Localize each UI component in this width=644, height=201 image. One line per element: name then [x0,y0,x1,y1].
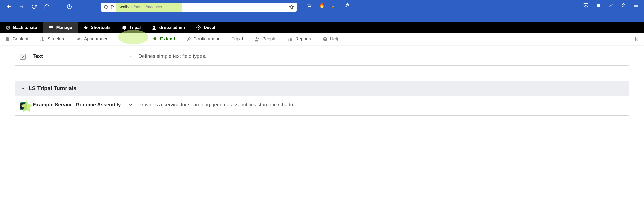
module-desc-text: Defines simple text field types. [138,53,629,59]
svg-point-9 [255,37,257,39]
svg-point-10 [257,38,259,39]
svg-rect-11 [288,39,289,41]
back-to-site-button[interactable]: Back to site [0,22,43,33]
back-button[interactable] [5,3,13,11]
bar-chart-icon [288,37,293,42]
file-icon [6,37,10,41]
modules-content: Text Defines simple text field types. LS… [0,45,644,126]
structure-label: Structure [47,36,66,42]
extend-tab[interactable]: Extend [114,33,181,45]
shield-icon [104,5,108,9]
tripal-tab[interactable]: Tripal [226,33,249,45]
manage-label: Manage [56,25,72,30]
history-icon[interactable] [65,3,73,11]
url-path: /admin/modules [134,5,162,9]
extend-highlight-oval [118,30,148,44]
brush-icon[interactable]: 🖌️ [332,3,337,8]
content-tab[interactable]: Content [0,33,34,45]
forward-button[interactable] [18,3,26,11]
cube-icon [122,25,127,30]
bookmark-star-icon[interactable] [289,5,294,10]
user-button[interactable]: drupaladmin [146,22,190,33]
svg-point-4 [198,27,199,28]
appearance-tab[interactable]: Appearance [71,33,114,45]
svg-rect-13 [291,38,292,41]
url-text: localhost/admin/modules [118,5,289,9]
expand-text-module[interactable] [128,53,138,59]
svg-point-5 [42,37,43,38]
star-marker-icon [20,99,34,113]
shortcuts-label: Shortcuts [91,25,111,30]
svg-point-2 [6,26,10,30]
wrench-icon [186,37,191,41]
module-name-text: Text [33,53,128,59]
expand-genome-module[interactable] [128,102,138,107]
back-to-site-label: Back to site [13,25,37,30]
svg-point-8 [43,40,44,41]
user-icon [152,25,157,30]
paintbrush-icon [77,37,82,41]
structure-tab[interactable]: Structure [34,33,71,45]
browser-right-icons: 🔥 🖌️ [306,3,350,8]
home-button[interactable] [43,3,51,11]
tripal-label: Tripal [129,25,141,30]
pocket-icon[interactable] [583,3,589,8]
configuration-tab[interactable]: Configuration [181,33,226,45]
reload-button[interactable] [30,3,38,11]
gear-icon [196,25,201,30]
crop-icon[interactable] [306,3,312,8]
shortcuts-button[interactable]: Shortcuts [78,22,116,33]
document-icon[interactable] [596,3,601,8]
module-name-genome: Example Service: Genome Assembly [33,102,128,108]
devel-button[interactable]: Devel [190,22,220,33]
appearance-label: Appearance [84,36,108,42]
toolbar-collapse-button[interactable] [631,33,644,45]
help-label: Help [330,36,339,42]
chevron-left-circle-icon [6,25,11,30]
hamburger-icon [48,25,54,30]
tripal-sec-label: Tripal [232,36,243,42]
svg-rect-12 [290,38,291,41]
extension-icon[interactable] [621,3,626,8]
svg-point-3 [153,26,155,28]
content-label: Content [13,36,28,42]
help-tab[interactable]: ? Help [317,33,345,45]
graph-icon[interactable] [608,3,614,8]
group-title: LS Tripal Tutorials [29,85,76,92]
question-icon: ? [323,37,328,42]
extend-label: Extend [160,36,175,42]
url-host: localhost [118,5,134,9]
user-label: drupaladmin [159,25,185,30]
browser-chrome: localhost/admin/modules 🔥 🖌️ [0,0,644,22]
url-bar[interactable]: localhost/admin/modules [101,3,297,12]
svg-rect-1 [597,4,600,7]
manage-button[interactable]: Manage [43,22,77,33]
reports-label: Reports [295,36,311,42]
wrench-icon[interactable] [344,3,350,8]
svg-text:?: ? [324,37,326,41]
hierarchy-icon [40,37,45,42]
admin-toolbar-secondary: Content Structure Appearance Extend Conf… [0,33,644,45]
module-desc-genome: Provides a service for searching genome … [138,102,629,108]
menu-icon[interactable] [633,3,639,8]
chevron-up-icon [21,86,25,91]
configuration-label: Configuration [193,36,220,42]
page-icon [111,5,115,9]
svg-point-7 [42,40,43,41]
fire-icon[interactable]: 🔥 [319,3,325,8]
admin-toolbar-top: Back to site Manage Shortcuts Tripal dru… [0,22,644,33]
browser-far-right-icons [583,3,639,8]
people-tab[interactable]: People [249,33,282,45]
people-icon [254,36,260,42]
module-group-header[interactable]: LS Tripal Tutorials [15,81,629,96]
reports-tab[interactable]: Reports [282,33,317,45]
devel-label: Devel [204,25,215,30]
module-row-text: Text Defines simple text field types. [15,48,629,66]
checkbox-text-module[interactable] [20,54,26,60]
star-icon [83,25,88,30]
people-label: People [262,36,276,42]
module-row-genome: Example Service: Genome Assembly Provide… [15,96,629,116]
puzzle-icon [152,37,157,42]
svg-point-6 [41,40,41,41]
